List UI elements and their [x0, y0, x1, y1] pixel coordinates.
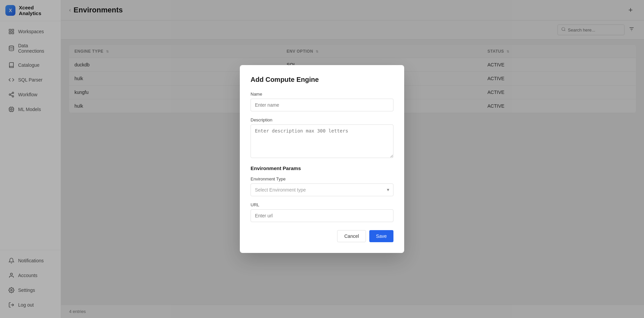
url-group: URL — [251, 202, 393, 222]
name-label: Name — [251, 92, 393, 97]
cancel-button[interactable]: Cancel — [337, 230, 366, 242]
url-label: URL — [251, 202, 393, 207]
add-compute-engine-modal: Add Compute Engine Name Description Envi… — [240, 65, 404, 253]
env-type-label: Environment Type — [251, 176, 393, 181]
name-input[interactable] — [251, 99, 393, 111]
env-type-select-wrapper: Select Environment type SQL Pipeline ▼ — [251, 183, 393, 196]
description-group: Description — [251, 117, 393, 159]
environment-params-section: Environment Params Environment Type Sele… — [251, 165, 393, 222]
save-button[interactable]: Save — [369, 230, 393, 242]
modal-title: Add Compute Engine — [251, 76, 393, 84]
name-group: Name — [251, 92, 393, 111]
env-type-group: Environment Type Select Environment type… — [251, 176, 393, 196]
url-input[interactable] — [251, 209, 393, 222]
modal-overlay: Add Compute Engine Name Description Envi… — [0, 0, 644, 318]
env-type-select[interactable]: Select Environment type SQL Pipeline — [251, 183, 393, 196]
description-label: Description — [251, 117, 393, 122]
description-textarea[interactable] — [251, 124, 393, 158]
environment-params-title: Environment Params — [251, 165, 393, 171]
modal-footer: Cancel Save — [251, 230, 393, 242]
